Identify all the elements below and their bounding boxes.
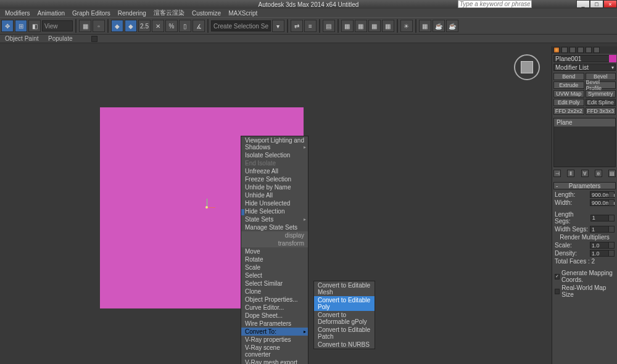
teapot-tool[interactable]: ☕ xyxy=(433,20,445,32)
fill-tool[interactable]: ◆ xyxy=(125,20,137,32)
subobject-tool[interactable]: ◧ xyxy=(28,20,41,32)
ctx-wire-parameters[interactable]: Wire Parameters xyxy=(241,320,308,328)
ctx-unhide-by-name[interactable]: Unhide by Name xyxy=(241,183,308,191)
mod-btn-symmetry[interactable]: Symmetry xyxy=(586,90,616,97)
mod-btn-extrude[interactable]: Extrude xyxy=(553,81,584,89)
mod-btn-uvw-map[interactable]: UVW Map xyxy=(553,90,584,97)
menu-rendering[interactable]: Rendering xyxy=(114,10,150,17)
mod-btn-bend[interactable]: Bend xyxy=(553,73,584,80)
brush-tool[interactable]: ◆ xyxy=(111,20,123,32)
curve-editor-tool[interactable]: ▦ xyxy=(341,20,354,32)
parameters-rollout[interactable]: Parameters xyxy=(553,182,616,189)
select-link-tool[interactable]: ⊞ xyxy=(15,20,27,32)
ribbon-toggle[interactable] xyxy=(91,36,97,42)
select-tool[interactable]: ✥ xyxy=(1,20,14,32)
ctx-sub-convert-to-deformable-gpoly[interactable]: Convert to Deformable gPoly xyxy=(314,311,375,326)
ctx-unfreeze-all[interactable]: Unfreeze All xyxy=(241,167,308,175)
ctx-freeze-selection[interactable]: Freeze Selection xyxy=(241,175,308,183)
stack-plane[interactable]: Plane xyxy=(554,118,615,126)
display-tab-icon[interactable] xyxy=(586,47,592,53)
ctx-select-similar[interactable]: Select Similar xyxy=(241,279,308,287)
search-input[interactable] xyxy=(458,0,532,8)
mod-btn-bevel-profile[interactable]: Bevel Profile xyxy=(586,81,616,89)
minimize-button[interactable]: _ xyxy=(576,0,590,8)
axis-tool[interactable]: ✕ xyxy=(152,20,164,32)
maximize-button[interactable]: □ xyxy=(590,0,603,8)
angle-tool[interactable]: ∡ xyxy=(193,20,205,32)
mirror-tool[interactable]: ⇄ xyxy=(291,20,303,32)
populate-tab[interactable]: Populate xyxy=(48,35,91,42)
modify-tab-icon[interactable] xyxy=(561,47,568,53)
menu-modifiers[interactable]: Modifiers xyxy=(1,10,34,17)
viewcube[interactable] xyxy=(514,54,540,80)
ctx-select[interactable]: Select xyxy=(241,271,308,279)
ref-coord-dropdown[interactable]: View xyxy=(42,20,73,31)
transform-gizmo[interactable] xyxy=(202,199,215,212)
menu-maxscript[interactable]: MAXScript xyxy=(225,10,261,17)
scale-input[interactable]: 1.0 xyxy=(590,242,615,249)
menu-customize[interactable]: Customize xyxy=(188,10,225,17)
ctx-manage-state-sets[interactable]: Manage State Sets xyxy=(241,223,308,231)
utilities-tab-icon[interactable] xyxy=(594,47,600,53)
ctx-unhide-all[interactable]: Unhide All xyxy=(241,191,308,199)
create-tab-icon[interactable] xyxy=(553,47,560,53)
ctx-v-ray-properties[interactable]: V-Ray properties xyxy=(241,336,308,344)
object-paint-tab[interactable]: Object Paint xyxy=(5,35,48,42)
mod-btn-edit-spline[interactable]: Edit Spline xyxy=(586,99,616,106)
snap-tool[interactable]: ▯ xyxy=(179,20,191,32)
material-tool[interactable]: ▦ xyxy=(368,20,381,32)
ctx-state-sets[interactable]: State Sets xyxy=(241,215,308,223)
mod-btn-edit-poly[interactable]: Edit Poly xyxy=(553,99,584,106)
gen-mapping-checkbox[interactable]: ✓ xyxy=(555,274,560,279)
layers-tool[interactable]: ▤ xyxy=(323,20,335,32)
viewport[interactable]: Viewport Lighting and ShadowsIsolate Sel… xyxy=(0,43,552,364)
ctx-move[interactable]: Move xyxy=(241,247,308,255)
render-tool[interactable]: ▦ xyxy=(419,20,431,32)
ctx-object-properties-[interactable]: Object Properties... xyxy=(241,296,308,304)
align-tool[interactable]: ≡ xyxy=(304,20,317,32)
ctx-clone[interactable]: Clone xyxy=(241,287,308,296)
menu-animation[interactable]: Animation xyxy=(34,10,68,17)
ctx-v-ray-scene-converter[interactable]: V-Ray scene converter xyxy=(241,344,308,358)
hierarchy-tab-icon[interactable] xyxy=(569,47,576,53)
ctx-isolate-selection[interactable]: Isolate Selection xyxy=(241,151,308,159)
ctx-v-ray-mesh-export[interactable]: V-Ray mesh export xyxy=(241,358,308,364)
ctx-end-isolate[interactable]: End Isolate xyxy=(241,159,308,167)
width-input[interactable]: 900.0mm xyxy=(590,199,615,206)
ctx-hide-unselected[interactable]: Hide Unselected xyxy=(241,199,308,207)
mod-btn-ffd-3x3x3[interactable]: FFD 3x3x3 xyxy=(586,107,616,115)
motion-tab-icon[interactable] xyxy=(578,47,584,53)
schematic-tool[interactable]: ▦ xyxy=(355,20,367,32)
configure-icon[interactable]: ▤ xyxy=(608,170,616,177)
menu-cloud-render[interactable]: 渲客云渲染 xyxy=(150,9,188,17)
density-input[interactable]: 1.0 xyxy=(590,250,615,257)
ctx-sub-convert-to-editable-poly[interactable]: Convert to Editable Poly xyxy=(314,296,375,311)
width-segs-input[interactable]: 1 xyxy=(590,226,615,233)
ctx-sub-convert-to-nurbs[interactable]: Convert to NURBS xyxy=(314,341,375,349)
length-segs-input[interactable]: 1 xyxy=(590,215,615,221)
object-name-field[interactable]: Plane001 xyxy=(553,55,616,62)
ctx-sub-convert-to-editable-mesh[interactable]: Convert to Editable Mesh xyxy=(314,281,375,296)
attach-tool[interactable]: ▫ xyxy=(93,20,105,32)
render-frame-tool[interactable]: ☀ xyxy=(400,20,413,32)
ctx-scale[interactable]: Scale xyxy=(241,263,308,271)
render-setup-tool[interactable]: ▦ xyxy=(382,20,394,32)
show-end-icon[interactable]: Ⅱ xyxy=(567,170,574,177)
dropdown-icon[interactable]: ▾ xyxy=(272,20,284,32)
modifier-list-dropdown[interactable]: Modifier List xyxy=(553,64,616,71)
ctx-curve-editor-[interactable]: Curve Editor... xyxy=(241,304,308,312)
menu-graph-editors[interactable]: Graph Editors xyxy=(68,10,114,17)
modifier-stack[interactable]: Plane xyxy=(553,118,616,167)
ctx-viewport-lighting-and-shadows[interactable]: Viewport Lighting and Shadows xyxy=(241,136,308,151)
make-unique-icon[interactable]: ∀ xyxy=(581,170,589,177)
remove-mod-icon[interactable]: θ xyxy=(595,170,602,177)
real-world-checkbox[interactable] xyxy=(555,289,560,294)
ctx-hide-selection[interactable]: Hide Selection xyxy=(241,207,308,215)
selection-set-dropdown[interactable]: Create Selection Se xyxy=(211,20,271,31)
pin-stack-icon[interactable]: ⊣ xyxy=(553,170,561,177)
ctx-rotate[interactable]: Rotate xyxy=(241,255,308,263)
ctx-convert-to-[interactable]: Convert To: xyxy=(241,328,308,336)
teapot2-tool[interactable]: ☕ xyxy=(446,20,458,32)
ctx-sub-convert-to-editable-patch[interactable]: Convert to Editable Patch xyxy=(314,326,375,341)
length-input[interactable]: 900.0mm xyxy=(590,191,615,198)
